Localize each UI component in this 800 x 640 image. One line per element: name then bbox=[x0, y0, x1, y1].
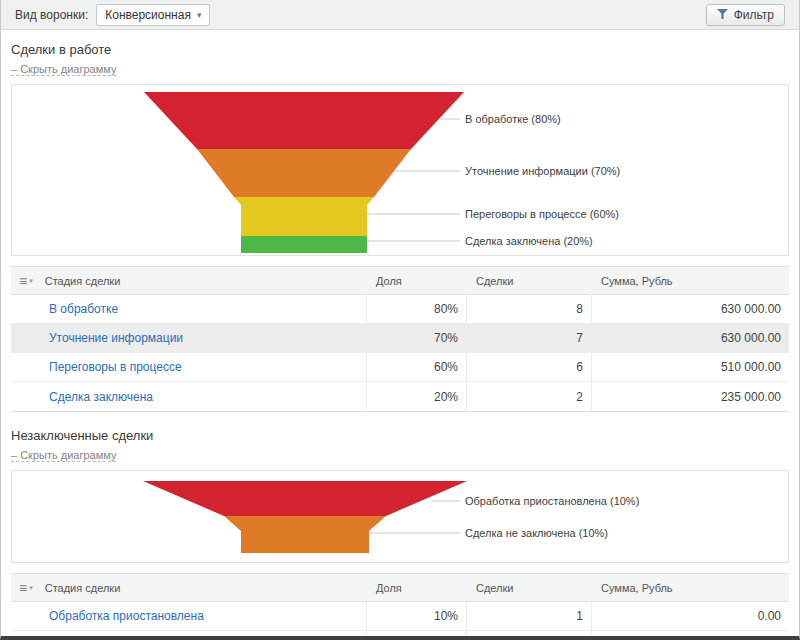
content: Сделки в работе – Скрыть диаграмму В обр… bbox=[11, 42, 789, 640]
table-body: В обработке80%8630 000.00Уточнение инфор… bbox=[11, 295, 789, 411]
stage-link[interactable]: Переговоры в процессе bbox=[49, 360, 182, 374]
grid-settings-button[interactable]: ≡▾ bbox=[19, 581, 33, 595]
col-header-share: Доля bbox=[366, 275, 466, 287]
share-value: 20% bbox=[366, 382, 466, 411]
amount-value: 50 000.00 bbox=[591, 631, 789, 640]
col-header-sum: Сумма, Рубль bbox=[591, 582, 789, 594]
chevron-down-icon: ▾ bbox=[197, 10, 202, 20]
hide-diagram-link[interactable]: – Скрыть диаграмму bbox=[11, 449, 116, 462]
section-title-deals-in-progress: Сделки в работе bbox=[11, 42, 789, 57]
deals-count: 1 bbox=[466, 631, 591, 640]
share-value: 60% bbox=[366, 353, 466, 381]
table-row[interactable]: Переговоры в процессе60%6510 000.00 bbox=[11, 353, 789, 382]
toolbar: Вид воронки: Конверсионная ▾ Фильтр bbox=[1, 0, 799, 30]
funnel-label: Переговоры в процессе (60%) bbox=[465, 208, 619, 220]
share-value: 70% bbox=[366, 324, 466, 352]
table-header: ≡▾ Стадия сделки Доля Сделки Сумма, Рубл… bbox=[11, 574, 789, 602]
deals-count: 1 bbox=[466, 602, 591, 630]
section-title-unclosed-deals: Незаключенные сделки bbox=[11, 428, 789, 443]
funnel-segment[interactable] bbox=[197, 149, 411, 197]
stage-link[interactable]: В обработке bbox=[49, 302, 118, 316]
crm-funnel-page: Вид воронки: Конверсионная ▾ Фильтр Сдел… bbox=[0, 0, 800, 640]
amount-value: 235 000.00 bbox=[591, 382, 789, 411]
caret-down-icon: ▾ bbox=[29, 584, 33, 592]
table-row[interactable]: Обработка приостановлена10%10.00 bbox=[11, 602, 789, 631]
caret-down-icon: ▾ bbox=[29, 277, 33, 285]
funnel-chart-box: Обработка приостановлена (10%)Сделка не … bbox=[11, 470, 789, 563]
stage-link[interactable]: Уточнение информации bbox=[49, 331, 183, 345]
deals-count: 6 bbox=[466, 353, 591, 381]
col-header-stage: Стадия сделки bbox=[45, 582, 121, 594]
deals-count: 8 bbox=[466, 295, 591, 323]
deals-table: ≡▾ Стадия сделки Доля Сделки Сумма, Рубл… bbox=[11, 266, 789, 412]
funnel-segment[interactable] bbox=[143, 481, 467, 516]
amount-value: 510 000.00 bbox=[591, 353, 789, 381]
col-header-sum: Сумма, Рубль bbox=[591, 275, 789, 287]
funnel-view-value: Конверсионная bbox=[105, 8, 191, 22]
funnel-view-dropdown[interactable]: Конверсионная ▾ bbox=[96, 4, 210, 26]
deals-count: 2 bbox=[466, 382, 591, 411]
table-header: ≡▾ Стадия сделки Доля Сделки Сумма, Рубл… bbox=[11, 267, 789, 295]
share-value: 10% bbox=[366, 631, 466, 640]
col-header-stage: Стадия сделки bbox=[45, 275, 121, 287]
hide-diagram-link[interactable]: – Скрыть диаграмму bbox=[11, 63, 116, 76]
grid-settings-button[interactable]: ≡▾ bbox=[19, 274, 33, 288]
filter-button[interactable]: Фильтр bbox=[706, 4, 785, 26]
funnel-view-label: Вид воронки: bbox=[15, 8, 88, 22]
funnel-segment[interactable] bbox=[234, 197, 374, 236]
deals-count: 7 bbox=[466, 324, 591, 352]
hamburger-icon: ≡ bbox=[19, 274, 27, 288]
filter-funnel-icon bbox=[717, 8, 728, 22]
col-header-deals: Сделки bbox=[466, 582, 591, 594]
table-row[interactable]: Сделка заключена20%2235 000.00 bbox=[11, 382, 789, 411]
amount-value: 630 000.00 bbox=[591, 295, 789, 323]
stage-link[interactable]: Обработка приостановлена bbox=[49, 609, 204, 623]
funnel-label: В обработке (80%) bbox=[465, 113, 561, 125]
filter-button-label: Фильтр bbox=[734, 8, 774, 22]
funnel-label: Сделка не заключена (10%) bbox=[465, 527, 608, 539]
unclosed-deals-table: ≡▾ Стадия сделки Доля Сделки Сумма, Рубл… bbox=[11, 573, 789, 640]
funnel-label: Обработка приостановлена (10%) bbox=[465, 495, 639, 507]
funnel-segment[interactable] bbox=[241, 236, 367, 253]
share-value: 80% bbox=[366, 295, 466, 323]
funnel-label: Сделка заключена (20%) bbox=[465, 235, 593, 247]
funnel-chart: Обработка приостановлена (10%)Сделка не … bbox=[12, 471, 790, 562]
funnel-chart-box: В обработке (80%)Уточнение информации (7… bbox=[11, 84, 789, 256]
table-body: Обработка приостановлена10%10.00Сделка н… bbox=[11, 602, 789, 640]
funnel-segment[interactable] bbox=[144, 92, 464, 149]
amount-value: 0.00 bbox=[591, 602, 789, 630]
col-header-share: Доля bbox=[366, 582, 466, 594]
share-value: 10% bbox=[366, 602, 466, 630]
funnel-label: Уточнение информации (70%) bbox=[465, 165, 620, 177]
funnel-chart: В обработке (80%)Уточнение информации (7… bbox=[12, 85, 790, 255]
stage-link[interactable]: Сделка заключена bbox=[49, 390, 153, 404]
amount-value: 630 000.00 bbox=[591, 324, 789, 352]
hamburger-icon: ≡ bbox=[19, 581, 27, 595]
table-row[interactable]: Уточнение информации70%7630 000.00 bbox=[11, 324, 789, 353]
table-row[interactable]: Сделка не заключена10%150 000.00 bbox=[11, 631, 789, 640]
table-row[interactable]: В обработке80%8630 000.00 bbox=[11, 295, 789, 324]
funnel-segment[interactable] bbox=[224, 516, 386, 553]
col-header-deals: Сделки bbox=[466, 275, 591, 287]
